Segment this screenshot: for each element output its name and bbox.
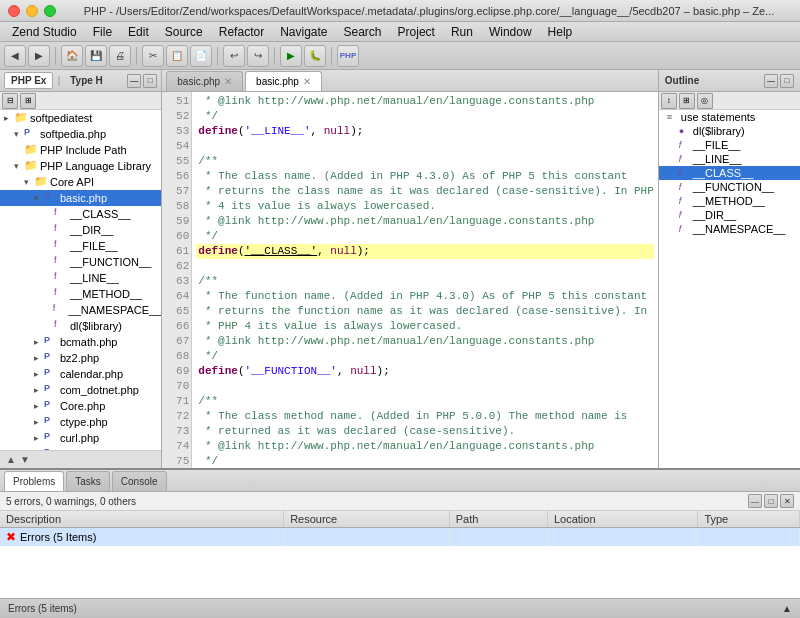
tree-item[interactable]: ▾📁Core API — [0, 174, 161, 190]
outline-item[interactable]: f__NAMESPACE__ — [659, 222, 800, 236]
tab-typeh[interactable]: Type H — [64, 73, 109, 88]
menu-item-source[interactable]: Source — [157, 23, 211, 41]
tree-item[interactable]: 📁PHP Include Path — [0, 142, 161, 158]
menu-item-refactor[interactable]: Refactor — [211, 23, 272, 41]
editor-tab[interactable]: basic.php✕ — [166, 71, 243, 91]
problems-column-header: Path — [449, 511, 547, 528]
toolbar-run[interactable]: ▶ — [280, 45, 302, 67]
problems-close[interactable]: ✕ — [780, 494, 794, 508]
maximize-button[interactable] — [44, 5, 56, 17]
tab-close-icon[interactable]: ✕ — [303, 76, 311, 87]
code-line: * returns the class name as it was decla… — [196, 184, 653, 199]
outline-maximize[interactable]: □ — [780, 74, 794, 88]
toolbar-btn-8[interactable]: 📄 — [190, 45, 212, 67]
outline-item[interactable]: ●dl($library) — [659, 124, 800, 138]
tree-item[interactable]: fdl($library) — [0, 318, 161, 334]
tree-link[interactable]: ⊞ — [20, 93, 36, 109]
menu-item-file[interactable]: File — [85, 23, 120, 41]
tree-scroll-down[interactable]: ▼ — [18, 454, 32, 465]
tree-item[interactable]: ▾Pbasic.php — [0, 190, 161, 206]
toolbar-btn-7[interactable]: 📋 — [166, 45, 188, 67]
tree-item[interactable]: f__NAMESPACE__ — [0, 302, 161, 318]
function-icon: f — [54, 271, 68, 285]
problems-summary: 5 errors, 0 warnings, 0 others — [6, 496, 136, 507]
problems-maximize[interactable]: □ — [764, 494, 778, 508]
code-line: * 4 its value is always lowercased. — [196, 199, 653, 214]
tree-item[interactable]: ▸Pcom_dotnet.php — [0, 382, 161, 398]
left-panel: PHP Ex | Type H — □ ⊟ ⊞ ▸📁softpediatest▾… — [0, 70, 162, 468]
left-panel-minimize[interactable]: — — [127, 74, 141, 88]
toolbar-btn-2[interactable]: ▶ — [28, 45, 50, 67]
tab-close-icon[interactable]: ✕ — [224, 76, 232, 87]
menu-item-project[interactable]: Project — [390, 23, 443, 41]
menu-item-search[interactable]: Search — [336, 23, 390, 41]
outline-item[interactable]: f__METHOD__ — [659, 194, 800, 208]
tree-item[interactable]: f__FUNCTION__ — [0, 254, 161, 270]
tree-item[interactable]: f__METHOD__ — [0, 286, 161, 302]
outline-hide[interactable]: ◎ — [697, 93, 713, 109]
problems-minimize[interactable]: — — [748, 494, 762, 508]
problems-column-header: Type — [698, 511, 800, 528]
problems-cell-err_type — [698, 528, 800, 547]
close-button[interactable] — [8, 5, 20, 17]
toolbar-btn-3[interactable]: 🏠 — [61, 45, 83, 67]
tree-item[interactable]: ▸📁softpediatest — [0, 110, 161, 126]
editor-tab[interactable]: basic.php✕ — [245, 71, 322, 91]
code-line — [196, 259, 653, 274]
tab-phpex[interactable]: PHP Ex — [4, 72, 53, 89]
code-content[interactable]: * @link http://www.php.net/manual/en/lan… — [192, 92, 657, 468]
problems-tab-tasks[interactable]: Tasks — [66, 471, 110, 491]
editor-area: basic.php✕basic.php✕ 5152535455565758596… — [162, 70, 658, 468]
tree-item[interactable]: ▸Pcalendar.php — [0, 366, 161, 382]
outline-filter[interactable]: ⊞ — [679, 93, 695, 109]
menu-item-zend-studio[interactable]: Zend Studio — [4, 23, 85, 41]
problems-row[interactable]: ✖Errors (5 Items) — [0, 528, 800, 547]
tree-item[interactable]: f__LINE__ — [0, 270, 161, 286]
tree-item[interactable]: ▸Pctype.php — [0, 414, 161, 430]
tree-collapse-all[interactable]: ⊟ — [2, 93, 18, 109]
menu-item-run[interactable]: Run — [443, 23, 481, 41]
menu-item-help[interactable]: Help — [540, 23, 581, 41]
tree-item[interactable]: ▸Pcurl.php — [0, 430, 161, 446]
problems-tab-problems[interactable]: Problems — [4, 471, 64, 491]
tree-item[interactable]: f__CLASS__ — [0, 206, 161, 222]
toolbar-btn-1[interactable]: ◀ — [4, 45, 26, 67]
outline-item-label: __METHOD__ — [693, 195, 765, 207]
outline-item[interactable]: f__FUNCTION__ — [659, 180, 800, 194]
tree-item[interactable]: ▸Pbz2.php — [0, 350, 161, 366]
problems-tab-console[interactable]: Console — [112, 471, 167, 491]
outline-minimize[interactable]: — — [764, 74, 778, 88]
outline-item[interactable]: f__CLASS__ — [659, 166, 800, 180]
outline-sort[interactable]: ↕ — [661, 93, 677, 109]
toolbar-btn-6[interactable]: ✂ — [142, 45, 164, 67]
tree-item[interactable]: ▸Pbcmath.php — [0, 334, 161, 350]
outline-item[interactable]: ≡use statements — [659, 110, 800, 124]
toolbar-php[interactable]: PHP — [337, 45, 359, 67]
tree-item[interactable]: ▾Psoftpedia.php — [0, 126, 161, 142]
scroll-up-icon[interactable]: ▲ — [782, 603, 792, 614]
outline-item[interactable]: f__DIR__ — [659, 208, 800, 222]
tree-item[interactable]: f__FILE__ — [0, 238, 161, 254]
tree-item[interactable]: f__DIR__ — [0, 222, 161, 238]
line-number: 59 — [164, 214, 189, 229]
minimize-button[interactable] — [26, 5, 38, 17]
tree-arrow-icon: ▾ — [34, 193, 44, 203]
outline-item[interactable]: f__LINE__ — [659, 152, 800, 166]
outline-item[interactable]: f__FILE__ — [659, 138, 800, 152]
toolbar-debug[interactable]: 🐛 — [304, 45, 326, 67]
toolbar-btn-4[interactable]: 💾 — [85, 45, 107, 67]
code-line: * returned as it was declared (case-sens… — [196, 424, 653, 439]
outline-item-icon: f — [679, 182, 693, 192]
tree-arrow-icon: ▾ — [14, 161, 24, 171]
menu-item-window[interactable]: Window — [481, 23, 540, 41]
toolbar-btn-redo[interactable]: ↪ — [247, 45, 269, 67]
toolbar-btn-undo[interactable]: ↩ — [223, 45, 245, 67]
menu-item-navigate[interactable]: Navigate — [272, 23, 335, 41]
toolbar-btn-5[interactable]: 🖨 — [109, 45, 131, 67]
menu-item-edit[interactable]: Edit — [120, 23, 157, 41]
window-controls[interactable] — [8, 5, 56, 17]
tree-scroll-up[interactable]: ▲ — [4, 454, 18, 465]
tree-item[interactable]: ▸PCore.php — [0, 398, 161, 414]
left-panel-maximize[interactable]: □ — [143, 74, 157, 88]
tree-item[interactable]: ▾📁PHP Language Library — [0, 158, 161, 174]
